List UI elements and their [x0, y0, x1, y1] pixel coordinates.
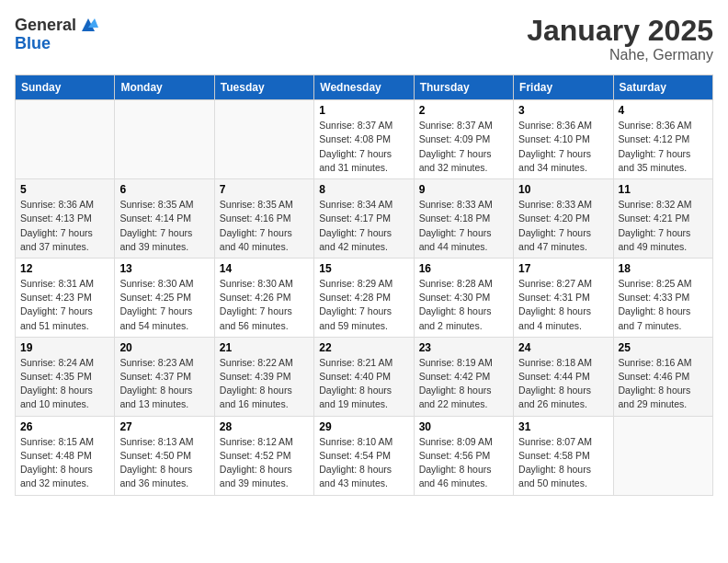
calendar-cell: 4Sunrise: 8:36 AM Sunset: 4:12 PM Daylig…: [613, 100, 712, 179]
calendar-cell: 5Sunrise: 8:36 AM Sunset: 4:13 PM Daylig…: [16, 179, 115, 259]
day-info: Sunrise: 8:19 AM Sunset: 4:42 PM Dayligh…: [419, 356, 508, 412]
calendar-cell: 11Sunrise: 8:32 AM Sunset: 4:21 PM Dayli…: [613, 179, 712, 259]
calendar-cell: 24Sunrise: 8:18 AM Sunset: 4:44 PM Dayli…: [514, 337, 613, 416]
day-info: Sunrise: 8:13 AM Sunset: 4:50 PM Dayligh…: [119, 435, 209, 491]
day-info: Sunrise: 8:09 AM Sunset: 4:56 PM Dayligh…: [419, 435, 508, 491]
day-info: Sunrise: 8:10 AM Sunset: 4:54 PM Dayligh…: [319, 435, 408, 491]
day-number: 10: [518, 183, 608, 196]
day-number: 17: [518, 262, 608, 275]
calendar-cell: 6Sunrise: 8:35 AM Sunset: 4:14 PM Daylig…: [115, 179, 214, 259]
weekday-header-monday: Monday: [115, 75, 214, 100]
day-number: 28: [220, 420, 309, 433]
day-number: 27: [119, 420, 209, 433]
weekday-header-row: SundayMondayTuesdayWednesdayThursdayFrid…: [16, 75, 713, 100]
day-info: Sunrise: 8:30 AM Sunset: 4:26 PM Dayligh…: [220, 277, 309, 333]
day-info: Sunrise: 8:29 AM Sunset: 4:28 PM Dayligh…: [319, 277, 408, 333]
calendar-week-row: 12Sunrise: 8:31 AM Sunset: 4:23 PM Dayli…: [16, 258, 713, 337]
calendar-cell: 17Sunrise: 8:27 AM Sunset: 4:31 PM Dayli…: [514, 258, 613, 337]
page-header: General Blue January 2025 Nahe, Germany: [15, 15, 713, 63]
day-number: 30: [419, 420, 508, 433]
day-info: Sunrise: 8:28 AM Sunset: 4:30 PM Dayligh…: [419, 277, 508, 333]
calendar-cell: 31Sunrise: 8:07 AM Sunset: 4:58 PM Dayli…: [514, 416, 613, 495]
weekday-header-friday: Friday: [514, 75, 613, 100]
calendar-cell: [16, 100, 115, 179]
calendar-cell: 29Sunrise: 8:10 AM Sunset: 4:54 PM Dayli…: [314, 416, 414, 495]
calendar-cell: [613, 416, 712, 495]
day-number: 26: [20, 420, 109, 433]
day-number: 6: [119, 183, 209, 196]
title-block: January 2025 Nahe, Germany: [527, 15, 713, 63]
day-info: Sunrise: 8:23 AM Sunset: 4:37 PM Dayligh…: [119, 356, 209, 412]
day-info: Sunrise: 8:37 AM Sunset: 4:08 PM Dayligh…: [319, 119, 408, 175]
logo-blue-text: Blue: [15, 35, 98, 52]
calendar-cell: 26Sunrise: 8:15 AM Sunset: 4:48 PM Dayli…: [16, 416, 115, 495]
calendar-cell: [214, 100, 313, 179]
day-number: 13: [119, 262, 209, 275]
day-info: Sunrise: 8:12 AM Sunset: 4:52 PM Dayligh…: [220, 435, 309, 491]
day-number: 24: [518, 341, 608, 354]
day-number: 1: [319, 104, 408, 117]
day-number: 7: [220, 183, 309, 196]
day-info: Sunrise: 8:36 AM Sunset: 4:13 PM Dayligh…: [20, 198, 109, 254]
calendar-cell: 13Sunrise: 8:30 AM Sunset: 4:25 PM Dayli…: [115, 258, 214, 337]
day-number: 8: [319, 183, 408, 196]
day-number: 3: [518, 104, 608, 117]
calendar-cell: 19Sunrise: 8:24 AM Sunset: 4:35 PM Dayli…: [16, 337, 115, 416]
day-number: 18: [619, 262, 708, 275]
day-number: 5: [20, 183, 109, 196]
calendar-cell: 20Sunrise: 8:23 AM Sunset: 4:37 PM Dayli…: [115, 337, 214, 416]
calendar-cell: 12Sunrise: 8:31 AM Sunset: 4:23 PM Dayli…: [16, 258, 115, 337]
weekday-header-wednesday: Wednesday: [314, 75, 414, 100]
calendar-cell: 2Sunrise: 8:37 AM Sunset: 4:09 PM Daylig…: [414, 100, 513, 179]
logo-icon: [78, 15, 98, 35]
day-info: Sunrise: 8:18 AM Sunset: 4:44 PM Dayligh…: [518, 356, 608, 412]
weekday-header-sunday: Sunday: [16, 75, 115, 100]
day-info: Sunrise: 8:36 AM Sunset: 4:10 PM Dayligh…: [518, 119, 608, 175]
calendar-cell: 14Sunrise: 8:30 AM Sunset: 4:26 PM Dayli…: [214, 258, 313, 337]
calendar-week-row: 26Sunrise: 8:15 AM Sunset: 4:48 PM Dayli…: [16, 416, 713, 495]
calendar-week-row: 5Sunrise: 8:36 AM Sunset: 4:13 PM Daylig…: [16, 179, 713, 259]
day-info: Sunrise: 8:24 AM Sunset: 4:35 PM Dayligh…: [20, 356, 109, 412]
day-info: Sunrise: 8:21 AM Sunset: 4:40 PM Dayligh…: [319, 356, 408, 412]
day-number: 29: [319, 420, 408, 433]
calendar-cell: 18Sunrise: 8:25 AM Sunset: 4:33 PM Dayli…: [613, 258, 712, 337]
day-number: 25: [619, 341, 708, 354]
day-number: 15: [319, 262, 408, 275]
calendar-cell: 8Sunrise: 8:34 AM Sunset: 4:17 PM Daylig…: [314, 179, 414, 259]
day-info: Sunrise: 8:27 AM Sunset: 4:31 PM Dayligh…: [518, 277, 608, 333]
day-number: 4: [619, 104, 708, 117]
weekday-header-thursday: Thursday: [414, 75, 513, 100]
calendar-cell: [115, 100, 214, 179]
calendar-cell: 21Sunrise: 8:22 AM Sunset: 4:39 PM Dayli…: [214, 337, 313, 416]
weekday-header-saturday: Saturday: [613, 75, 712, 100]
calendar-cell: 9Sunrise: 8:33 AM Sunset: 4:18 PM Daylig…: [414, 179, 513, 259]
day-number: 22: [319, 341, 408, 354]
day-info: Sunrise: 8:31 AM Sunset: 4:23 PM Dayligh…: [20, 277, 109, 333]
day-info: Sunrise: 8:07 AM Sunset: 4:58 PM Dayligh…: [518, 435, 608, 491]
day-info: Sunrise: 8:15 AM Sunset: 4:48 PM Dayligh…: [20, 435, 109, 491]
calendar-cell: 1Sunrise: 8:37 AM Sunset: 4:08 PM Daylig…: [314, 100, 414, 179]
weekday-header-tuesday: Tuesday: [214, 75, 313, 100]
day-number: 21: [220, 341, 309, 354]
calendar-week-row: 1Sunrise: 8:37 AM Sunset: 4:08 PM Daylig…: [16, 100, 713, 179]
logo: General Blue: [15, 15, 98, 52]
day-info: Sunrise: 8:37 AM Sunset: 4:09 PM Dayligh…: [419, 119, 508, 175]
calendar-cell: 22Sunrise: 8:21 AM Sunset: 4:40 PM Dayli…: [314, 337, 414, 416]
calendar-cell: 16Sunrise: 8:28 AM Sunset: 4:30 PM Dayli…: [414, 258, 513, 337]
calendar-cell: 10Sunrise: 8:33 AM Sunset: 4:20 PM Dayli…: [514, 179, 613, 259]
day-number: 16: [419, 262, 508, 275]
day-info: Sunrise: 8:33 AM Sunset: 4:18 PM Dayligh…: [419, 198, 508, 254]
day-number: 11: [619, 183, 708, 196]
day-info: Sunrise: 8:33 AM Sunset: 4:20 PM Dayligh…: [518, 198, 608, 254]
day-info: Sunrise: 8:32 AM Sunset: 4:21 PM Dayligh…: [619, 198, 708, 254]
day-number: 2: [419, 104, 508, 117]
day-number: 23: [419, 341, 508, 354]
calendar-cell: 3Sunrise: 8:36 AM Sunset: 4:10 PM Daylig…: [514, 100, 613, 179]
calendar-table: SundayMondayTuesdayWednesdayThursdayFrid…: [15, 75, 713, 495]
location-subtitle: Nahe, Germany: [527, 47, 713, 63]
day-number: 19: [20, 341, 109, 354]
day-info: Sunrise: 8:35 AM Sunset: 4:14 PM Dayligh…: [119, 198, 209, 254]
day-info: Sunrise: 8:30 AM Sunset: 4:25 PM Dayligh…: [119, 277, 209, 333]
calendar-cell: 27Sunrise: 8:13 AM Sunset: 4:50 PM Dayli…: [115, 416, 214, 495]
day-info: Sunrise: 8:16 AM Sunset: 4:46 PM Dayligh…: [619, 356, 708, 412]
